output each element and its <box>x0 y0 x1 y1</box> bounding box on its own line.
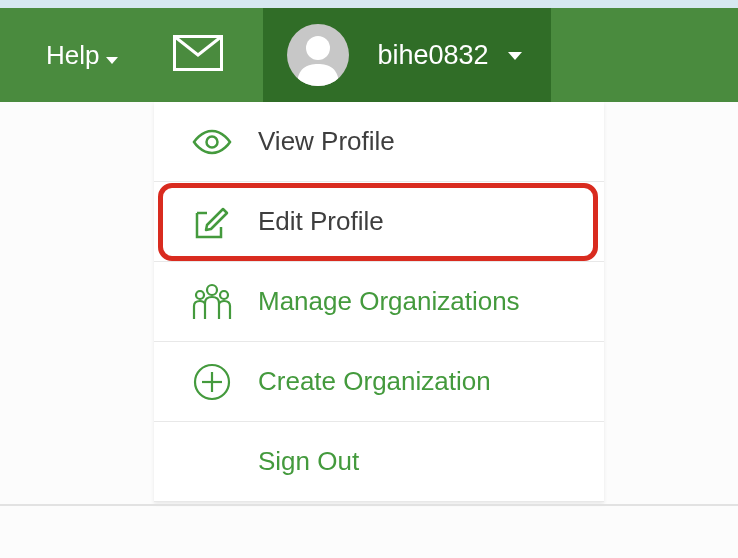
menu-item-label: Manage Organizations <box>258 286 520 317</box>
view-profile-item[interactable]: View Profile <box>154 102 604 182</box>
edit-profile-item[interactable]: Edit Profile <box>154 182 604 262</box>
envelope-icon <box>173 35 223 75</box>
help-menu[interactable]: Help <box>0 8 137 102</box>
user-dropdown-menu: View Profile Edit Profile Manage Organiz… <box>154 102 604 502</box>
spacer <box>190 440 234 484</box>
help-label: Help <box>46 40 99 71</box>
svg-point-4 <box>196 291 204 299</box>
svg-point-1 <box>306 36 330 60</box>
create-organization-item[interactable]: Create Organization <box>154 342 604 422</box>
caret-down-icon <box>105 42 119 73</box>
manage-organizations-item[interactable]: Manage Organizations <box>154 262 604 342</box>
edit-icon <box>190 200 234 244</box>
menu-item-label: View Profile <box>258 126 395 157</box>
top-accent-bar <box>0 0 738 8</box>
svg-point-3 <box>207 285 217 295</box>
messages-button[interactable] <box>137 8 253 102</box>
menu-item-label: Edit Profile <box>258 206 384 237</box>
caret-down-icon <box>507 48 523 66</box>
user-menu[interactable]: bihe0832 <box>263 8 550 102</box>
svg-point-2 <box>207 136 218 147</box>
organization-icon <box>190 280 234 324</box>
svg-point-5 <box>220 291 228 299</box>
menu-item-label: Create Organization <box>258 366 491 397</box>
avatar-icon <box>287 24 349 86</box>
header-bar: Help bihe0832 <box>0 8 738 102</box>
username-label: bihe0832 <box>377 40 488 71</box>
sign-out-item[interactable]: Sign Out <box>154 422 604 502</box>
eye-icon <box>190 120 234 164</box>
footer-divider <box>0 504 738 506</box>
plus-circle-icon <box>190 360 234 404</box>
menu-item-label: Sign Out <box>258 446 359 477</box>
